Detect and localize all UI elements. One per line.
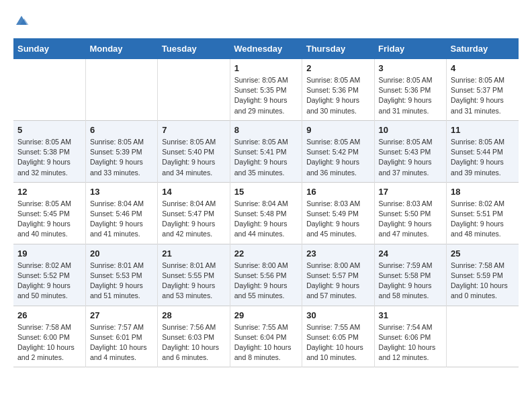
day-info: Sunrise: 8:00 AM Sunset: 5:57 PM Dayligh… (306, 261, 369, 302)
calendar-cell: 11Sunrise: 8:05 AM Sunset: 5:44 PM Dayli… (447, 120, 519, 182)
day-info: Sunrise: 7:57 AM Sunset: 6:01 PM Dayligh… (90, 322, 153, 363)
day-number: 13 (90, 187, 153, 197)
day-info: Sunrise: 7:56 AM Sunset: 6:03 PM Dayligh… (162, 322, 225, 363)
day-number: 16 (306, 187, 369, 197)
weekday-header-wednesday: Wednesday (230, 38, 302, 59)
day-number: 11 (451, 125, 515, 135)
day-info: Sunrise: 8:04 AM Sunset: 5:46 PM Dayligh… (90, 199, 153, 240)
calendar-cell: 4Sunrise: 8:05 AM Sunset: 5:37 PM Daylig… (447, 59, 519, 120)
day-number: 24 (379, 248, 442, 259)
calendar-cell (447, 306, 519, 367)
day-info: Sunrise: 8:03 AM Sunset: 5:49 PM Dayligh… (306, 199, 369, 240)
day-info: Sunrise: 7:55 AM Sunset: 6:04 PM Dayligh… (234, 322, 298, 363)
day-number: 5 (17, 125, 81, 135)
calendar-cell: 8Sunrise: 8:05 AM Sunset: 5:41 PM Daylig… (230, 120, 302, 182)
day-info: Sunrise: 8:04 AM Sunset: 5:47 PM Dayligh… (162, 199, 225, 240)
calendar-cell: 20Sunrise: 8:01 AM Sunset: 5:53 PM Dayli… (85, 244, 157, 306)
weekday-header-sunday: Sunday (13, 38, 85, 59)
weekday-header-monday: Monday (85, 38, 157, 59)
day-info: Sunrise: 8:05 AM Sunset: 5:36 PM Dayligh… (379, 75, 442, 116)
day-info: Sunrise: 8:00 AM Sunset: 5:56 PM Dayligh… (234, 261, 298, 302)
calendar-cell: 15Sunrise: 8:04 AM Sunset: 5:48 PM Dayli… (230, 182, 302, 244)
day-info: Sunrise: 7:54 AM Sunset: 6:06 PM Dayligh… (379, 322, 442, 363)
day-info: Sunrise: 8:05 AM Sunset: 5:40 PM Dayligh… (162, 137, 225, 178)
day-number: 27 (90, 310, 153, 320)
day-info: Sunrise: 8:05 AM Sunset: 5:39 PM Dayligh… (90, 137, 153, 178)
day-number: 29 (234, 310, 298, 320)
day-info: Sunrise: 8:02 AM Sunset: 5:51 PM Dayligh… (451, 199, 515, 240)
day-number: 26 (17, 310, 81, 320)
day-info: Sunrise: 8:03 AM Sunset: 5:50 PM Dayligh… (379, 199, 442, 240)
day-info: Sunrise: 7:55 AM Sunset: 6:05 PM Dayligh… (306, 322, 369, 363)
calendar-week-1: 1Sunrise: 8:05 AM Sunset: 5:35 PM Daylig… (13, 59, 519, 120)
day-info: Sunrise: 8:01 AM Sunset: 5:55 PM Dayligh… (162, 261, 225, 302)
page-header (13, 13, 519, 28)
day-number: 15 (234, 187, 298, 197)
day-number: 17 (379, 187, 442, 197)
calendar-cell: 13Sunrise: 8:04 AM Sunset: 5:46 PM Dayli… (85, 182, 157, 244)
calendar-cell: 23Sunrise: 8:00 AM Sunset: 5:57 PM Dayli… (302, 244, 374, 306)
day-info: Sunrise: 7:58 AM Sunset: 6:00 PM Dayligh… (17, 322, 81, 363)
day-info: Sunrise: 7:59 AM Sunset: 5:58 PM Dayligh… (379, 261, 442, 302)
logo-icon (13, 14, 30, 28)
calendar-week-3: 12Sunrise: 8:05 AM Sunset: 5:45 PM Dayli… (13, 182, 519, 244)
calendar-cell: 7Sunrise: 8:05 AM Sunset: 5:40 PM Daylig… (158, 120, 230, 182)
day-number: 19 (17, 248, 81, 259)
calendar-cell: 3Sunrise: 8:05 AM Sunset: 5:36 PM Daylig… (374, 59, 446, 120)
calendar-cell (85, 59, 157, 120)
day-info: Sunrise: 8:04 AM Sunset: 5:48 PM Dayligh… (234, 199, 298, 240)
calendar-table: SundayMondayTuesdayWednesdayThursdayFrid… (13, 38, 519, 367)
calendar-cell: 30Sunrise: 7:55 AM Sunset: 6:05 PM Dayli… (302, 306, 374, 367)
calendar-cell: 16Sunrise: 8:03 AM Sunset: 5:49 PM Dayli… (302, 182, 374, 244)
weekday-header-tuesday: Tuesday (158, 38, 230, 59)
calendar-cell: 17Sunrise: 8:03 AM Sunset: 5:50 PM Dayli… (374, 182, 446, 244)
calendar-cell: 29Sunrise: 7:55 AM Sunset: 6:04 PM Dayli… (230, 306, 302, 367)
calendar-cell: 6Sunrise: 8:05 AM Sunset: 5:39 PM Daylig… (85, 120, 157, 182)
calendar-cell (158, 59, 230, 120)
calendar-cell: 26Sunrise: 7:58 AM Sunset: 6:00 PM Dayli… (13, 306, 85, 367)
calendar-cell: 14Sunrise: 8:04 AM Sunset: 5:47 PM Dayli… (158, 182, 230, 244)
calendar-cell: 19Sunrise: 8:02 AM Sunset: 5:52 PM Dayli… (13, 244, 85, 306)
day-number: 22 (234, 248, 298, 259)
calendar-cell: 22Sunrise: 8:00 AM Sunset: 5:56 PM Dayli… (230, 244, 302, 306)
calendar-cell: 5Sunrise: 8:05 AM Sunset: 5:38 PM Daylig… (13, 120, 85, 182)
day-info: Sunrise: 8:01 AM Sunset: 5:53 PM Dayligh… (90, 261, 153, 302)
day-number: 10 (379, 125, 442, 135)
day-number: 20 (90, 248, 153, 259)
day-number: 9 (306, 125, 369, 135)
day-info: Sunrise: 8:05 AM Sunset: 5:44 PM Dayligh… (451, 137, 515, 178)
calendar-cell: 25Sunrise: 7:58 AM Sunset: 5:59 PM Dayli… (447, 244, 519, 306)
day-info: Sunrise: 8:05 AM Sunset: 5:45 PM Dayligh… (17, 199, 81, 240)
day-info: Sunrise: 8:05 AM Sunset: 5:36 PM Dayligh… (306, 75, 369, 116)
day-info: Sunrise: 8:05 AM Sunset: 5:43 PM Dayligh… (379, 137, 442, 178)
day-info: Sunrise: 8:02 AM Sunset: 5:52 PM Dayligh… (17, 261, 81, 302)
calendar-cell: 31Sunrise: 7:54 AM Sunset: 6:06 PM Dayli… (374, 306, 446, 367)
weekday-header-row: SundayMondayTuesdayWednesdayThursdayFrid… (13, 38, 519, 59)
day-number: 7 (162, 125, 225, 135)
day-info: Sunrise: 8:05 AM Sunset: 5:41 PM Dayligh… (234, 137, 298, 178)
day-number: 1 (234, 63, 298, 73)
calendar-cell: 28Sunrise: 7:56 AM Sunset: 6:03 PM Dayli… (158, 306, 230, 367)
calendar-cell: 21Sunrise: 8:01 AM Sunset: 5:55 PM Dayli… (158, 244, 230, 306)
day-number: 8 (234, 125, 298, 135)
weekday-header-thursday: Thursday (302, 38, 374, 59)
day-number: 21 (162, 248, 225, 259)
calendar-week-2: 5Sunrise: 8:05 AM Sunset: 5:38 PM Daylig… (13, 120, 519, 182)
day-info: Sunrise: 8:05 AM Sunset: 5:37 PM Dayligh… (451, 75, 515, 116)
day-number: 25 (451, 248, 515, 259)
calendar-week-5: 26Sunrise: 7:58 AM Sunset: 6:00 PM Dayli… (13, 306, 519, 367)
calendar-cell: 10Sunrise: 8:05 AM Sunset: 5:43 PM Dayli… (374, 120, 446, 182)
calendar-cell: 24Sunrise: 7:59 AM Sunset: 5:58 PM Dayli… (374, 244, 446, 306)
logo (13, 13, 32, 28)
day-number: 18 (451, 187, 515, 197)
day-info: Sunrise: 7:58 AM Sunset: 5:59 PM Dayligh… (451, 261, 515, 302)
day-number: 6 (90, 125, 153, 135)
calendar-cell: 2Sunrise: 8:05 AM Sunset: 5:36 PM Daylig… (302, 59, 374, 120)
calendar-cell: 18Sunrise: 8:02 AM Sunset: 5:51 PM Dayli… (447, 182, 519, 244)
calendar-cell: 27Sunrise: 7:57 AM Sunset: 6:01 PM Dayli… (85, 306, 157, 367)
day-number: 23 (306, 248, 369, 259)
day-number: 12 (17, 187, 81, 197)
day-number: 31 (379, 310, 442, 320)
day-number: 14 (162, 187, 225, 197)
calendar-cell: 9Sunrise: 8:05 AM Sunset: 5:42 PM Daylig… (302, 120, 374, 182)
